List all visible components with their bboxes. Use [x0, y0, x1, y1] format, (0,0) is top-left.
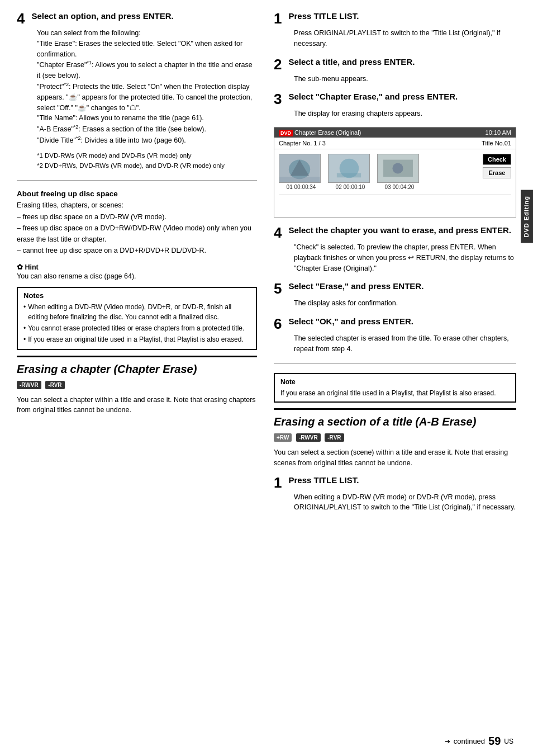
page-container: DVD Editing 4 Select an option, and pres…: [0, 0, 533, 756]
ab-erase-title: Erasing a section of a title (A-B Erase): [274, 415, 516, 428]
badge-rvr: -RVR: [45, 381, 64, 389]
svg-rect-3: [279, 177, 320, 182]
right-note-title: Note: [280, 377, 510, 387]
hint-body: You can also rename a disc (page 64).: [17, 272, 257, 280]
chapter-thumbs: 01 00:00:34: [279, 154, 476, 190]
chapter-erase-intro: You can select a chapter within a title …: [17, 395, 257, 416]
right-step5-number: 5: [274, 281, 282, 296]
check-button[interactable]: Check: [483, 154, 511, 165]
about-item1: – frees up disc space on a DVD-RW (VR mo…: [17, 211, 257, 223]
right-step1-title: Press TITLE LIST.: [288, 11, 359, 21]
ce-header-right: 10:10 AM: [486, 129, 511, 136]
ab-step1-header: 1 Press TITLE LIST.: [274, 475, 516, 490]
right-step4-title: Select the chapter you want to erase, an…: [288, 225, 511, 235]
hint-title: ✿ Hint: [17, 263, 257, 271]
right-step4-body: "Check" is selected. To preview the chap…: [294, 242, 516, 273]
step4-para3: "Chapter Erase"*1: Allows you to select …: [37, 59, 257, 81]
ab-erase-intro: You can select a section (scene) within …: [274, 447, 516, 469]
svg-point-9: [392, 163, 403, 173]
note-item3-text: If you erase an original title used in a…: [28, 334, 244, 344]
about-items: – frees up disc space on a DVD-RW (VR mo…: [17, 211, 257, 256]
right-step5-title: Select "Erase," and press ENTER.: [288, 281, 423, 291]
page-number: 59: [488, 735, 501, 748]
note-item3: • If you erase an original title used in…: [23, 334, 250, 344]
chapter-erase-ui: DVD Chapter Erase (Original) 10:10 AM Ch…: [274, 127, 516, 218]
side-tab-label: DVD Editing: [523, 196, 530, 238]
right-step5-header: 5 Select "Erase," and press ENTER.: [274, 281, 516, 296]
note-item1: • When editing a DVD-RW (Video mode), DV…: [23, 302, 250, 322]
erase-button[interactable]: Erase: [483, 167, 511, 178]
right-note-box: Note If you erase an original title used…: [274, 373, 516, 403]
about-intro: Erasing titles, chapters, or scenes:: [17, 201, 257, 209]
side-tab: DVD Editing: [521, 190, 533, 243]
thumb-label-2: 02 00:00:10: [328, 184, 373, 190]
right-step2-body: The sub-menu appears.: [294, 74, 516, 84]
continued-arrow: ➔: [445, 738, 450, 745]
ab-step1-body: When editing a DVD-RW (VR mode) or DVD-R…: [294, 492, 516, 513]
right-step5-body: The display asks for confirmation.: [294, 298, 516, 309]
left-column: 4 Select an option, and press ENTER. You…: [17, 11, 257, 745]
chapter-no: Chapter No. 1 / 3: [279, 140, 326, 147]
left-step4-number: 4: [17, 11, 25, 26]
footnote2: *2 DVD+RWs, DVD-RWs (VR mode), and DVD-R…: [37, 160, 257, 171]
right-step4-number: 4: [274, 225, 282, 240]
right-step6-number: 6: [274, 316, 282, 331]
about-item3-text: – cannot free up disc space on a DVD+R/D…: [17, 245, 206, 256]
right-step4: 4 Select the chapter you want to erase, …: [274, 225, 516, 273]
dvd-badge: DVD: [279, 130, 293, 136]
left-step4-content: You can select from the following: "Titl…: [37, 28, 257, 146]
chapter-erase-section: Erasing a chapter (Chapter Erase) -RWVR …: [17, 356, 257, 416]
right-note-body: If you erase an original title used in a…: [280, 389, 510, 398]
left-step4: 4 Select an option, and press ENTER. You…: [17, 11, 257, 171]
right-step1-number: 1: [274, 11, 282, 26]
right-step6-body: The selected chapter is erased from the …: [294, 333, 516, 355]
right-step6-title: Select "OK," and press ENTER.: [288, 316, 413, 326]
chapter-thumb-1: 01 00:00:34: [279, 154, 323, 190]
step4-para6: "A-B Erase"*2: Erases a section of the t…: [37, 124, 257, 135]
right-step1: 1 Press TITLE LIST. Press ORIGINAL/PLAYL…: [274, 11, 516, 49]
badge-rwvr: -RWVR: [17, 381, 41, 389]
left-step4-title: Select an option, and press ENTER.: [31, 11, 173, 21]
right-step3-number: 3: [274, 92, 282, 106]
chapter-thumb-3: 03 00:04:20: [377, 154, 422, 190]
ab-step1-number: 1: [274, 475, 282, 490]
left-step4-footnotes: *1 DVD-RWs (VR mode) and DVD-Rs (VR mode…: [37, 150, 257, 171]
note-item2: • You cannot erase protected titles or e…: [23, 323, 250, 333]
ce-empty-row: [279, 195, 511, 217]
chapter-erase-title: Erasing a chapter (Chapter Erase): [17, 363, 257, 376]
thumb-label-1: 01 00:00:34: [279, 184, 323, 190]
right-step6-header: 6 Select "OK," and press ENTER.: [274, 316, 516, 331]
right-column: 1 Press TITLE LIST. Press ORIGINAL/PLAYL…: [268, 11, 516, 745]
step4-para1: You can select from the following:: [37, 28, 257, 39]
right-step2-number: 2: [274, 57, 282, 72]
chapter-erase-badges: -RWVR -RVR: [17, 380, 257, 389]
badge-ab-rwvr: -RWVR: [296, 433, 321, 442]
step4-para2: "Title Erase": Erases the selected title…: [37, 39, 257, 60]
right-step3: 3 Select "Chapter Erase," and press ENTE…: [274, 92, 516, 119]
ce-body: 01 00:00:34: [274, 149, 516, 195]
ce-header-left: DVD Chapter Erase (Original): [279, 129, 361, 136]
right-step4-header: 4 Select the chapter you want to erase, …: [274, 225, 516, 240]
step4-para4: "Protect"*2: Protects the title. Select …: [37, 81, 257, 113]
right-step2: 2 Select a title, and press ENTER. The s…: [274, 57, 516, 84]
divider1: [17, 180, 257, 181]
badge-rw: +RW: [274, 433, 292, 442]
ab-step1: 1 Press TITLE LIST. When editing a DVD-R…: [274, 475, 516, 513]
continued-text: continued: [454, 737, 485, 745]
page-suffix: US: [504, 738, 513, 745]
chapter-thumb-2: 02 00:00:10: [328, 154, 373, 190]
thumb-img-3: [377, 154, 419, 183]
right-step3-body: The display for erasing chapters appears…: [294, 108, 516, 119]
ab-step1-title: Press TITLE LIST.: [288, 475, 359, 485]
right-step3-header: 3 Select "Chapter Erase," and press ENTE…: [274, 92, 516, 106]
right-step3-title: Select "Chapter Erase," and press ENTER.: [288, 92, 458, 101]
about-item3: – cannot free up disc space on a DVD+R/D…: [17, 245, 257, 256]
thumb-img-1: [279, 154, 321, 183]
main-content: 4 Select an option, and press ENTER. You…: [0, 0, 533, 756]
badge-ab-rvr: -RVR: [325, 433, 344, 442]
about-item2-text: – frees up disc space on a DVD+RW/DVD-RW…: [17, 223, 257, 245]
about-heading: About freeing up disc space: [17, 190, 257, 198]
ce-header: DVD Chapter Erase (Original) 10:10 AM: [274, 127, 516, 138]
title-no: Title No.01: [482, 140, 511, 147]
right-step5: 5 Select "Erase," and press ENTER. The d…: [274, 281, 516, 309]
